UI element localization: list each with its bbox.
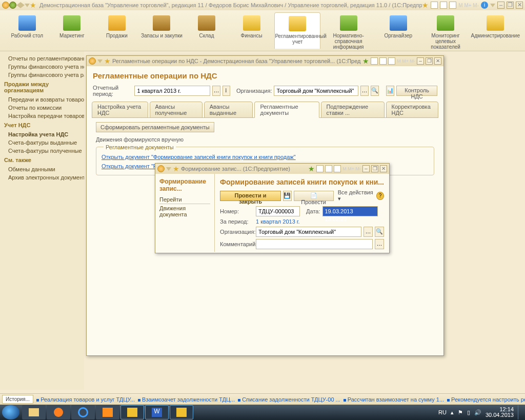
tb-sales[interactable]: Продажи [95,12,139,49]
tb-monitor[interactable]: Мониторинг целевых показателей [421,12,470,49]
fav-icon[interactable]: ★ [308,165,315,173]
org-search-button[interactable]: 🔍 [375,227,384,237]
nav-item[interactable]: Настройка передачи товаров [0,112,84,120]
minimize-button[interactable]: – [417,57,424,65]
favorite-icon[interactable]: ★ [30,1,36,9]
fav-icon[interactable]: ★ [362,57,369,65]
comment-input[interactable] [256,239,373,249]
tb-regaccount[interactable]: Регламентированный учет [274,12,320,49]
task-word[interactable]: W [145,405,169,419]
history-button[interactable]: История... [2,395,33,404]
tool-icon-1[interactable] [431,2,438,9]
restore-button[interactable]: ❐ [426,57,433,65]
org-input[interactable] [256,227,361,237]
tab-advances-received[interactable]: Авансы полученные [150,102,203,118]
help-icon[interactable]: i [481,2,488,9]
number-input[interactable] [256,206,300,216]
restore-button[interactable]: ❐ [371,165,378,172]
all-actions-menu[interactable]: Все действия ▾ [338,189,375,202]
nav-item[interactable]: Группы финансового учета расчето [0,71,84,79]
period-picker-button[interactable]: … [212,86,220,96]
favorite-icon[interactable]: ★ [104,57,111,65]
tb-organizer[interactable]: Органайзер [376,12,420,49]
nav-item[interactable]: Отчеты по комиссии [0,104,84,112]
side-movements[interactable]: Движения документа [159,204,210,218]
tool-icon[interactable] [379,57,387,65]
history-link[interactable]: Рекомендуется настроить резерв... [447,396,525,403]
tb-warehouse[interactable]: Склад [185,12,229,49]
side-goto[interactable]: Перейти [159,195,210,204]
restore-button[interactable]: ❐ [507,2,514,9]
close-button[interactable]: ✕ [516,2,523,9]
nav-dropdown-icon[interactable] [25,4,30,7]
tool-icon[interactable] [316,165,324,172]
help-icon[interactable]: ? [376,192,384,200]
tb-desktop[interactable]: Рабочий стол [5,12,49,49]
history-link[interactable]: Взаимозачет задолженности ТДЦ... [138,396,235,403]
show-desktop-button[interactable] [518,405,522,419]
favorite-icon[interactable]: ★ [173,165,179,173]
save-icon[interactable]: 💾 [283,191,292,201]
tool-icon[interactable] [371,57,378,65]
tb-admin[interactable]: Администрирование [471,12,520,49]
clock-date[interactable]: 30.04.2013 [486,412,514,418]
org-input[interactable] [274,86,358,96]
tab-advances-paid[interactable]: Авансы выданные [204,102,253,118]
period-input[interactable] [134,86,210,96]
task-ie[interactable] [71,405,95,419]
nav-item[interactable]: Отчеты по регламентированному уч [0,54,84,63]
nav-item[interactable]: Передачи и возвраты товаров [0,95,84,104]
tb-finance[interactable]: Финансы [230,12,274,49]
tray-volume-icon[interactable]: 🔊 [474,409,481,416]
history-link[interactable]: Реализация товаров и услуг ТДЦУ... [36,396,135,403]
nav-item[interactable]: Обмены данными [0,165,84,173]
nav-back-icon[interactable] [16,2,21,8]
task-media[interactable] [47,405,70,419]
history-link[interactable]: Списание задолженности ТДЦУ-00 ... [238,396,340,403]
task-outlook[interactable] [96,405,119,419]
post-button[interactable]: 📄 Провести [294,191,334,201]
minimize-button[interactable]: – [497,2,504,9]
menu-dropdown-icon[interactable] [166,167,171,171]
nav-item[interactable]: Счета-фактуры выданные [0,138,84,147]
nav-item[interactable]: Архив электронных документов [0,173,84,182]
close-button[interactable]: ✕ [380,165,387,172]
report-icon[interactable]: 📊 [386,86,394,96]
nav-item[interactable]: Счета-фактуры полученные [0,147,84,155]
close-button[interactable]: ✕ [434,57,441,65]
tb-stock[interactable]: Запасы и закупки [140,12,184,49]
period-stepper-button[interactable]: ⁞ [223,86,230,96]
tab-reg-docs[interactable]: Регламентные документы [254,102,319,118]
history-link[interactable]: Рассчитан взаимозачет на сумму 1... [344,396,444,403]
org-picker-button[interactable]: … [360,86,368,96]
task-1c-1[interactable] [120,405,144,419]
org-search-button[interactable]: 🔍 [371,86,379,96]
tool-icon[interactable] [325,165,332,172]
tab-vat-correction[interactable]: Корректировка НДС [386,102,438,118]
date-input[interactable]: 19.03.2013 13:02:29 [322,206,378,216]
comment-expand-button[interactable]: … [375,239,384,249]
tool-icon[interactable] [334,165,341,172]
tool-icon-2[interactable] [440,2,447,9]
org-picker-button[interactable]: … [364,227,373,237]
menu-dropdown-icon[interactable] [97,59,103,63]
help-dropdown-icon[interactable] [490,4,495,7]
minimize-button[interactable]: – [362,165,370,172]
control-vat-button[interactable]: Контроль НДС [396,86,437,96]
task-explorer[interactable] [22,405,46,419]
nav-item-active[interactable]: Настройка учета НДС [0,130,84,138]
tb-refinfo[interactable]: Нормативно-справочная информация [321,12,375,49]
tray-network-icon[interactable]: ▯ [467,409,470,416]
tool-icon-3[interactable] [449,2,456,9]
task-1c-2[interactable] [170,405,193,419]
start-button[interactable] [2,405,19,419]
nav-fwd-icon[interactable] [21,2,25,8]
form-docs-button[interactable]: Сформировать регламентные документы [96,122,214,132]
tool-icon[interactable] [388,57,395,65]
tb-marketing[interactable]: Маркетинг [50,12,94,49]
language-indicator[interactable]: RU [438,409,447,415]
nav-item[interactable]: Группы финансового учета номенкл [0,63,84,71]
tray-up-icon[interactable]: ▴ [451,409,454,416]
tray-flag-icon[interactable]: ⚑ [458,409,463,416]
tab-rate-confirm[interactable]: Подтверждение ставки ... [321,102,385,118]
